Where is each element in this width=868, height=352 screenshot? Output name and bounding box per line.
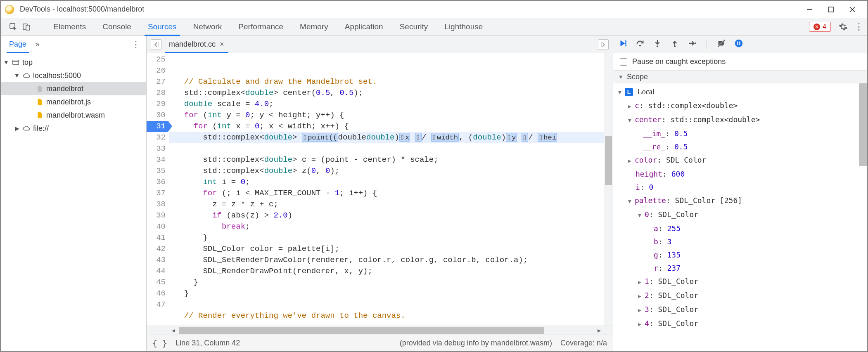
- editor-vertical-scrollbar[interactable]: [604, 53, 613, 326]
- sources-navigator-panel: Page » ⋮ ▼ top ▼ localhost:5000 mandelbr…: [1, 36, 147, 351]
- resume-button[interactable]: [618, 39, 627, 50]
- device-toolbar-icon[interactable]: [21, 21, 32, 33]
- close-tab-icon[interactable]: ×: [220, 40, 224, 49]
- step-over-button[interactable]: [636, 39, 645, 50]
- tree-label: mandelbrot: [46, 85, 83, 93]
- scope-var-center-re[interactable]: __re_: 0.5: [618, 140, 867, 154]
- tab-lighthouse[interactable]: Lighthouse: [437, 18, 490, 35]
- scope-label: Scope: [627, 73, 648, 81]
- tree-node-host[interactable]: ▼ localhost:5000: [1, 69, 146, 82]
- debugger-panel: Pause on caught exceptions ▼ Scope ▼L Lo…: [613, 36, 867, 351]
- pause-button[interactable]: [734, 39, 743, 50]
- chevron-down-icon: ▼: [14, 72, 20, 79]
- inline-value-box: ▯: [415, 133, 422, 142]
- scope-var-palette-3[interactable]: ▶3: SDL_Color: [618, 303, 867, 317]
- scope-var-palette-0-r[interactable]: r: 237: [618, 262, 867, 275]
- scope-var-palette-1[interactable]: ▶1: SDL_Color: [618, 275, 867, 289]
- scope-var-palette-0[interactable]: ▼0: SDL_Color: [618, 208, 867, 222]
- tree-label: file://: [33, 124, 49, 133]
- inline-value-box: ▯width: [431, 133, 459, 142]
- scope-var-palette-4[interactable]: ▶4: SDL_Color: [618, 317, 867, 331]
- error-count-badge[interactable]: ✕ 4: [809, 22, 831, 32]
- code-content[interactable]: // Calculate and draw the Mandelbrot set…: [169, 53, 604, 326]
- svg-point-14: [674, 45, 676, 47]
- breakpoint-marker[interactable]: 31: [147, 121, 168, 132]
- source-map-info: (provided via debug info by mandelbrot.w…: [400, 339, 552, 347]
- more-menu-icon[interactable]: ⋮: [853, 21, 865, 32]
- tab-application[interactable]: Application: [337, 18, 391, 35]
- file-tree: ▼ top ▼ localhost:5000 mandelbrot mandel…: [1, 53, 146, 137]
- tree-node-file-mandelbrot[interactable]: mandelbrot: [1, 82, 146, 95]
- pretty-print-icon[interactable]: { }: [152, 338, 167, 348]
- line-number-gutter[interactable]: 252627282930 31 323334353637383940414243…: [147, 53, 169, 326]
- scope-var-palette[interactable]: ▼palette: SDL_Color [256]: [618, 194, 867, 208]
- step-out-button[interactable]: [670, 39, 679, 50]
- svg-rect-6: [26, 25, 30, 30]
- svg-point-12: [639, 45, 641, 46]
- tab-elements[interactable]: Elements: [46, 18, 93, 35]
- scope-section-header[interactable]: ▼ Scope: [613, 71, 867, 83]
- local-badge-icon: L: [625, 88, 633, 96]
- tree-node-file-mandelbrot-wasm[interactable]: mandelbrot.wasm: [1, 109, 146, 122]
- inspect-element-icon[interactable]: [7, 21, 19, 33]
- coverage-status: Coverage: n/a: [560, 339, 607, 347]
- scope-var-center-im[interactable]: __im_: 0.5: [618, 127, 867, 140]
- navigator-tab-page[interactable]: Page: [7, 36, 29, 53]
- pause-on-exceptions-label: Pause on caught exceptions: [632, 57, 726, 66]
- tree-label: localhost:5000: [33, 71, 81, 80]
- navigator-menu-icon[interactable]: ⋮: [131, 39, 140, 50]
- checkbox-icon[interactable]: [620, 58, 627, 66]
- step-into-button[interactable]: [653, 39, 662, 50]
- scope-var-palette-0-a[interactable]: a: 255: [618, 222, 867, 235]
- scope-scrollbar[interactable]: [859, 83, 867, 166]
- svg-rect-19: [737, 41, 738, 45]
- editor-horizontal-scrollbar[interactable]: ◂ ▸: [147, 326, 613, 335]
- tab-sources[interactable]: Sources: [140, 18, 184, 35]
- scroll-right-icon[interactable]: ▸: [595, 326, 604, 334]
- source-map-link[interactable]: mandelbrot.wasm: [491, 339, 550, 347]
- tree-node-file-scheme[interactable]: ▶ file://: [1, 122, 146, 135]
- file-icon: [36, 111, 44, 119]
- editor-tabbar: mandelbrot.cc ×: [147, 36, 613, 53]
- scope-var-color[interactable]: ▶color: SDL_Color: [618, 154, 867, 168]
- step-button[interactable]: [688, 39, 697, 50]
- tree-label: mandelbrot.js: [46, 98, 91, 106]
- scope-var-height[interactable]: height: 600: [618, 168, 867, 181]
- window-close-button[interactable]: [842, 1, 863, 18]
- devtools-tabbar: Elements Console Sources Network Perform…: [1, 18, 867, 36]
- code-editor[interactable]: 252627282930 31 323334353637383940414243…: [147, 53, 613, 326]
- error-count: 4: [823, 23, 826, 31]
- svg-rect-11: [625, 40, 626, 47]
- pause-on-exceptions-row[interactable]: Pause on caught exceptions: [613, 53, 867, 71]
- editor-nav-back-button[interactable]: [151, 39, 161, 50]
- tab-memory[interactable]: Memory: [292, 18, 336, 35]
- deactivate-breakpoints-button[interactable]: [717, 39, 726, 50]
- inline-value-box: ▯: [522, 133, 528, 142]
- tab-performance[interactable]: Performance: [231, 18, 291, 35]
- cloud-icon: [22, 124, 31, 132]
- tab-security[interactable]: Security: [392, 18, 436, 35]
- window-maximize-button[interactable]: [820, 1, 842, 18]
- tree-node-top[interactable]: ▼ top: [1, 56, 146, 69]
- scope-var-palette-2[interactable]: ▶2: SDL_Color: [618, 289, 867, 303]
- tab-network[interactable]: Network: [186, 18, 230, 35]
- tree-node-file-mandelbrot-js[interactable]: mandelbrot.js: [1, 95, 146, 109]
- scope-var-center[interactable]: ▼center: std::complex<double>: [618, 113, 867, 127]
- inline-value-box: ▯hei: [538, 133, 557, 142]
- editor-nav-forward-button[interactable]: [598, 39, 609, 50]
- scroll-left-icon[interactable]: ◂: [169, 326, 178, 334]
- tab-console[interactable]: Console: [95, 18, 139, 35]
- settings-gear-icon[interactable]: [837, 22, 849, 31]
- scope-var-i[interactable]: i: 0: [618, 181, 867, 194]
- scope-var-palette-0-b[interactable]: b: 3: [618, 235, 867, 248]
- cloud-icon: [22, 71, 31, 80]
- scope-var-palette-0-g[interactable]: g: 135: [618, 248, 867, 262]
- editor-tab-mandelbrot-cc[interactable]: mandelbrot.cc ×: [165, 36, 228, 53]
- scope-var-c[interactable]: ▶c: std::complex<double>: [618, 99, 867, 113]
- navigator-more-tabs-icon[interactable]: »: [36, 40, 40, 49]
- debugger-toolbar: [613, 36, 867, 53]
- svg-rect-1: [828, 7, 833, 12]
- window-minimize-button[interactable]: [799, 1, 820, 18]
- scope-local-header[interactable]: ▼L Local: [618, 85, 867, 99]
- svg-point-13: [657, 45, 658, 47]
